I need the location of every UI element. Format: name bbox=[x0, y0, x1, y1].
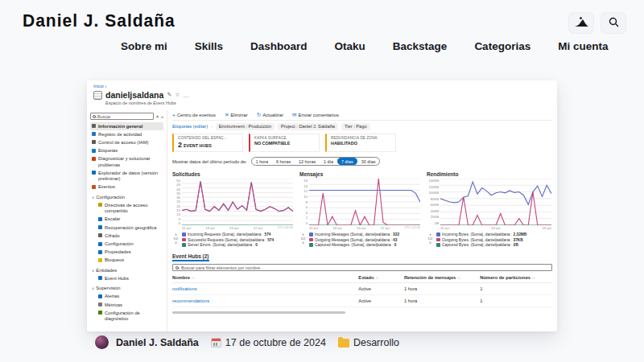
sidebar-item[interactable]: Recuperación geográfica bbox=[90, 224, 163, 232]
legend-swatch bbox=[309, 238, 313, 242]
chevron-down-icon: ∨ bbox=[92, 195, 94, 200]
sidebar-item[interactable]: Registro de actividad bbox=[90, 130, 163, 138]
table-row[interactable]: recommendationsActive1 hora1 bbox=[172, 295, 552, 307]
sidebar-item[interactable]: Etiquetas bbox=[90, 147, 163, 155]
chevron-down-icon: ∨ bbox=[92, 286, 94, 290]
tag-pill[interactable]: Tier : Pago bbox=[341, 123, 370, 130]
period-option[interactable]: 7 días bbox=[337, 158, 357, 165]
legend-pager[interactable]: ∧1/2∨ bbox=[299, 232, 307, 247]
sidebar-item[interactable]: Escalar bbox=[90, 216, 163, 224]
event-hub-name[interactable]: notifications bbox=[172, 286, 358, 291]
sidebar-group-entidades[interactable]: ∨Entidades bbox=[90, 266, 163, 274]
period-option[interactable]: 12 horas bbox=[295, 158, 320, 165]
more-icon[interactable]: … bbox=[184, 93, 189, 98]
sidebar-item[interactable]: Bloqueos bbox=[90, 257, 163, 265]
nav-item-otaku[interactable]: Otaku bbox=[335, 40, 365, 52]
y-axis: 1614121086420 bbox=[299, 179, 309, 225]
refresh-icon: ↻ bbox=[257, 112, 261, 118]
column-header[interactable]: Estado ↑↓ bbox=[358, 275, 404, 280]
nav-item-sobre-mi[interactable]: Sobre mi bbox=[121, 40, 167, 52]
legend-pager[interactable]: ∧1/2∨ bbox=[172, 232, 180, 247]
nav-item-categorias[interactable]: Categorias bbox=[474, 40, 530, 52]
namespace-title: danieljsaldana bbox=[105, 90, 163, 100]
collapse-sidebar-icon[interactable]: « bbox=[161, 114, 163, 119]
table-row[interactable]: notificationsActive1 hora1 bbox=[172, 283, 552, 295]
table-header: Nombre ↑↓Estado ↑↓Retención de mensajes … bbox=[172, 273, 552, 283]
toolbar-feedback[interactable]: ✉Enviar comentarios bbox=[292, 112, 339, 118]
sidebar-item[interactable]: Configuración de diagnóstico bbox=[90, 309, 163, 323]
event-hub-name[interactable]: recommendations bbox=[172, 298, 358, 303]
sidebar-group-configuración[interactable]: ∨Configuración bbox=[90, 193, 163, 201]
access-control-icon bbox=[92, 140, 96, 144]
search-button[interactable] bbox=[601, 12, 626, 34]
nav-item-backstage[interactable]: Backstage bbox=[393, 40, 448, 52]
summary-card[interactable]: REDUNDANCIA DE ZONAHABILITADO bbox=[325, 134, 396, 152]
event-hubs-table-section: Event Hubs (2) Buscar para filtrar eleme… bbox=[172, 253, 552, 314]
nav-item-mi-cuenta[interactable]: Mi cuenta bbox=[558, 40, 608, 52]
sidebar-item[interactable]: Eventos bbox=[90, 183, 163, 191]
sidebar-item[interactable]: Alertas bbox=[90, 293, 163, 301]
favorite-star-icon[interactable]: ☆ bbox=[175, 92, 180, 98]
toolbar-delete[interactable]: ✕Eliminar bbox=[225, 112, 248, 118]
post-category[interactable]: Desarrollo bbox=[353, 337, 399, 348]
sidebar-item[interactable]: Configuración bbox=[90, 241, 163, 249]
column-header[interactable]: Nombre ↑↓ bbox=[172, 275, 358, 280]
tags-edit-link[interactable]: Etiquetas (editar) bbox=[172, 124, 208, 129]
author-name[interactable]: Daniel J. Saldaña bbox=[116, 337, 199, 348]
sidebar-item[interactable]: Métricas bbox=[90, 301, 163, 309]
x-axis: 11 oct13 oct15 oct17 octUTC+02:00 bbox=[309, 226, 420, 230]
sidebar-group-supervisión[interactable]: ∨Supervisión bbox=[90, 285, 163, 293]
column-header[interactable]: Número de particiones ↑↓ bbox=[480, 275, 552, 280]
period-option[interactable]: 1 hora bbox=[252, 158, 272, 165]
horizontal-scrollbar[interactable] bbox=[172, 311, 345, 314]
edit-icon[interactable]: ✎ bbox=[167, 92, 171, 98]
legend-item: Captured Bytes. (Suma), danieljsaldana :… bbox=[436, 243, 526, 247]
sidebar-item[interactable]: Event Hubs bbox=[90, 274, 163, 282]
legend-item: Outgoing Bytes. (Suma), danieljsaldana :… bbox=[436, 238, 526, 242]
period-option[interactable]: 1 día bbox=[320, 158, 337, 165]
column-header[interactable]: Retención de mensajes ↑↓ bbox=[404, 275, 480, 280]
delete-icon: ✕ bbox=[225, 112, 229, 118]
legend-item: Server Errors. (Suma), danieljsaldana : … bbox=[182, 243, 274, 247]
tags-icon bbox=[92, 149, 96, 153]
sidebar-search-input[interactable]: Buscar bbox=[90, 113, 154, 120]
breadcrumb[interactable]: Inicio › bbox=[93, 84, 551, 88]
sidebar-item[interactable]: Diagnosticar y solucionar problemas bbox=[90, 155, 163, 169]
author-avatar[interactable] bbox=[95, 335, 109, 349]
site-logo[interactable]: Daniel J. Saldaña bbox=[23, 10, 175, 31]
summary-card[interactable]: KAFKA SURFACENO COMPATIBLE bbox=[249, 134, 320, 152]
x-axis: 11 oct13 oct15 oct bbox=[440, 226, 551, 230]
toolbar-refresh[interactable]: ↻Actualizar bbox=[257, 112, 283, 118]
namespace-subtitle: Espacio de nombres de Event Hubs bbox=[105, 101, 551, 105]
sidebar-item[interactable]: Cifrado bbox=[90, 232, 163, 240]
table-filter-input[interactable]: Buscar para filtrar elementos por nombre… bbox=[172, 264, 552, 271]
legend-pager[interactable]: ∧1/2∨ bbox=[427, 232, 434, 247]
period-option[interactable]: 30 días bbox=[357, 158, 380, 165]
command-bar: +Centro de eventos✕Eliminar↻Actualizar✉E… bbox=[172, 110, 552, 121]
toolbar-add[interactable]: +Centro de eventos bbox=[172, 113, 216, 118]
azure-main: +Centro de eventos✕Eliminar↻Actualizar✉E… bbox=[167, 110, 557, 331]
clear-search-icon[interactable]: ✕ bbox=[155, 114, 159, 119]
tab-event-hubs[interactable]: Event Hubs (2) bbox=[172, 253, 209, 261]
azure-sidebar: Buscar ✕ « Información generalRegistro d… bbox=[87, 110, 167, 331]
nav-item-skills[interactable]: Skills bbox=[195, 40, 223, 52]
shared-access-key-icon bbox=[98, 203, 102, 207]
sidebar-item[interactable]: Control de acceso (IAM) bbox=[90, 138, 163, 146]
summary-card[interactable]: CONTENIDO DEL ESPAC...2EVENT HUBS bbox=[172, 134, 243, 152]
tag-pill[interactable]: Environment : Producción bbox=[216, 123, 275, 130]
nav-item-dashboard[interactable]: Dashboard bbox=[250, 40, 308, 52]
plot-area bbox=[309, 179, 420, 225]
locks-icon bbox=[98, 258, 102, 262]
event-hub-namespace-icon bbox=[93, 91, 102, 100]
period-selector: 1 hora6 horas12 horas1 día7 días30 días bbox=[251, 157, 381, 166]
mountain-button[interactable] bbox=[568, 12, 594, 34]
data-explorer-icon bbox=[92, 171, 96, 175]
tag-pill[interactable]: Project : Daniel J. Saldaña bbox=[278, 123, 338, 130]
period-option[interactable]: 6 horas bbox=[272, 158, 295, 165]
sidebar-item[interactable]: Información general bbox=[90, 122, 163, 130]
sidebar-item[interactable]: Directivas de acceso compartido bbox=[90, 201, 163, 215]
period-label: Mostrar datos del último período de: bbox=[172, 159, 247, 164]
legend-item: Incoming Bytes. (Suma), danieljsaldana :… bbox=[436, 232, 526, 237]
sidebar-item[interactable]: Propiedades bbox=[90, 249, 163, 257]
sidebar-item[interactable]: Explorador de datos (versión preliminar) bbox=[90, 169, 163, 183]
